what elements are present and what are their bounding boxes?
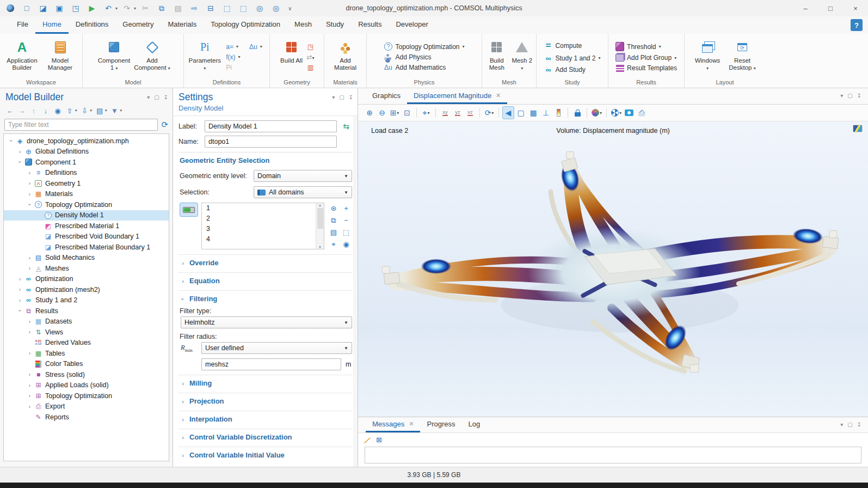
chevron-icon[interactable]: › [17, 307, 23, 315]
tree-item-prescribed-material-1[interactable]: ◩Prescribed Material 1 [4, 221, 169, 231]
chevron-right-icon[interactable]: › [180, 398, 186, 405]
search-report-icon[interactable]: ◎ [269, 2, 283, 15]
tree-item-global-definitions[interactable]: ›⊕Global Definitions [4, 147, 169, 157]
selection-select[interactable]: All domains ▼ [254, 186, 352, 198]
menu-study[interactable]: Study [319, 16, 351, 34]
menu-results[interactable]: Results [351, 16, 389, 34]
go-to-view-icon[interactable]: ⌖▾ [420, 106, 432, 119]
menu-definitions[interactable]: Definitions [69, 16, 116, 34]
label-input[interactable] [205, 120, 337, 132]
save-preview-icon[interactable]: ◳ [69, 2, 83, 15]
tree-filter-input[interactable] [4, 119, 158, 131]
menu-mesh[interactable]: Mesh [287, 16, 319, 34]
tree-item-meshes[interactable]: ›◬Meshes [4, 263, 169, 274]
list-scrollbar[interactable]: ▲▼ [316, 203, 324, 249]
undo-dropdown-icon[interactable]: ▾ [115, 6, 118, 11]
tab-displacement-magnitude[interactable]: Displacement Magnitude ✕ [407, 88, 507, 104]
section-filtering[interactable]: Filtering [189, 295, 217, 303]
filter-radius-mode-select[interactable]: User defined ▼ [201, 342, 352, 354]
help-button[interactable]: ? [851, 19, 863, 31]
zoom-out-icon[interactable]: ⊖ [376, 106, 388, 119]
add-physics-button[interactable]: Add Physics [380, 52, 434, 62]
rename-icon[interactable]: ⇆ [340, 120, 352, 132]
panel-menu-icon[interactable]: ▾ [840, 422, 843, 428]
open-in-window-icon[interactable]: ⊠ [376, 436, 382, 444]
chevron-right-icon[interactable]: › [180, 278, 186, 284]
zoom-to-selection-icon[interactable]: ⌖ [328, 239, 340, 250]
parameter-case-button[interactable]: Pi [223, 63, 265, 72]
new-file-icon[interactable]: □ [20, 2, 34, 15]
maximize-button[interactable]: □ [818, 0, 843, 16]
clear-messages-icon[interactable]: ⟋ [364, 436, 372, 444]
chevron-icon[interactable]: › [26, 404, 34, 410]
rotate-view-icon[interactable]: ⟳▾ [483, 106, 495, 119]
delete-icon[interactable]: ⊟ [204, 2, 218, 15]
copy-icon[interactable]: ⧉ [155, 2, 169, 15]
tree-item-density-model-1[interactable]: ?Density Model 1 [4, 210, 169, 221]
tree-item-derived-values[interactable]: 8.85e-12Derived Values [4, 338, 169, 349]
panel-pin-icon[interactable]: ↧ [857, 422, 861, 428]
go-forward-icon[interactable]: → [16, 105, 27, 116]
color-legend-icon[interactable] [552, 106, 564, 119]
close-icon[interactable]: ✕ [409, 420, 414, 428]
chevron-down-icon[interactable]: ▾ [105, 108, 107, 113]
show-grid-icon[interactable]: ▦ [527, 106, 539, 119]
section-control-variable-discretization[interactable]: Control Variable Discretization [189, 433, 292, 441]
chevron-down-icon[interactable]: › [180, 296, 186, 302]
tab-messages[interactable]: Messages ✕ [366, 417, 420, 432]
tree-item-root[interactable]: ›◈drone_topology_optimization.mph [4, 136, 169, 147]
tree-item-results[interactable]: ›⧉Results [4, 306, 169, 316]
panel-float-icon[interactable]: ▢ [154, 94, 159, 100]
functions-button[interactable]: f(x)▾ [223, 52, 265, 62]
chevron-icon[interactable]: › [16, 297, 24, 303]
chevron-down-icon[interactable]: ▾ [75, 108, 77, 113]
menu-home[interactable]: Home [35, 16, 69, 34]
add-mathematics-button[interactable]: Δu Add Mathematics [380, 63, 449, 72]
name-input[interactable] [205, 136, 337, 148]
compute-button[interactable]: = Compute [540, 39, 585, 52]
filter-icon[interactable]: ▼ [109, 105, 120, 116]
tree-item-reports[interactable]: ✎Reports [4, 412, 169, 423]
view-xy-icon[interactable]: xy [439, 106, 451, 119]
tree-item-materials[interactable]: ›▦Materials [4, 189, 169, 200]
tree-item-color-tables[interactable]: Color Tables [4, 359, 169, 370]
paste-selection-icon[interactable]: ▤ [328, 227, 340, 238]
node-grouping-icon[interactable]: ▤ [94, 105, 105, 116]
domain-item[interactable]: 3 [206, 225, 316, 235]
tree-item-topology-optimization[interactable]: ›?Topology Optimization [4, 199, 169, 210]
close-button[interactable]: × [843, 0, 868, 16]
orthographic-projection-icon[interactable]: ◀ [502, 106, 514, 119]
tree-item-definitions[interactable]: ›≡Definitions [4, 168, 169, 179]
chevron-icon[interactable]: › [26, 319, 34, 325]
add-material-button[interactable]: Add Material [329, 38, 362, 76]
copy-selection-icon[interactable]: ⧉ [328, 215, 340, 226]
paste-icon[interactable]: ▤ [171, 2, 185, 15]
result-templates-button[interactable]: Result Templates [612, 63, 680, 73]
tree-item-stress-solid[interactable]: ›■Stress (solid) [4, 369, 169, 380]
build-mesh-button[interactable]: Build Mesh [484, 38, 509, 76]
view-yz-icon[interactable]: yz [452, 106, 464, 119]
section-projection[interactable]: Projection [189, 397, 224, 405]
undo-icon[interactable]: ↶ [101, 2, 115, 15]
chevron-right-icon[interactable]: › [180, 260, 186, 266]
view-xz-icon[interactable]: xz [464, 106, 476, 119]
lock-icon[interactable] [571, 106, 583, 119]
domain-list[interactable]: 1 2 3 4 ▲▼ [201, 203, 324, 249]
panel-menu-icon[interactable]: ▾ [840, 93, 843, 99]
variables-button[interactable]: a=▾ [223, 42, 242, 52]
panel-float-icon[interactable]: ▢ [847, 93, 852, 99]
topology-optimization-interface-button[interactable]: ? Topology Optimization▾ [380, 41, 467, 52]
add-study-button[interactable]: ∞ Add Study [540, 64, 588, 75]
panel-menu-icon[interactable]: ▾ [147, 94, 150, 100]
scroll-up-icon[interactable]: ▲ [318, 203, 322, 207]
panel-pin-icon[interactable]: ↧ [349, 94, 353, 100]
domain-item[interactable]: 4 [206, 235, 316, 246]
color-theme-icon[interactable]: ▾ [590, 106, 603, 119]
panel-menu-icon[interactable]: ▾ [332, 94, 335, 100]
tab-log[interactable]: Log [462, 417, 487, 432]
graphics-canvas[interactable]: Load case 2 Volume: Displacement magnitu… [358, 121, 868, 417]
chevron-down-icon[interactable]: ▾ [90, 108, 93, 113]
section-milling[interactable]: Milling [189, 379, 212, 387]
update-geometry-icon[interactable]: ⇄▾ [306, 53, 316, 61]
chevron-down-icon[interactable]: ▾ [120, 108, 122, 113]
